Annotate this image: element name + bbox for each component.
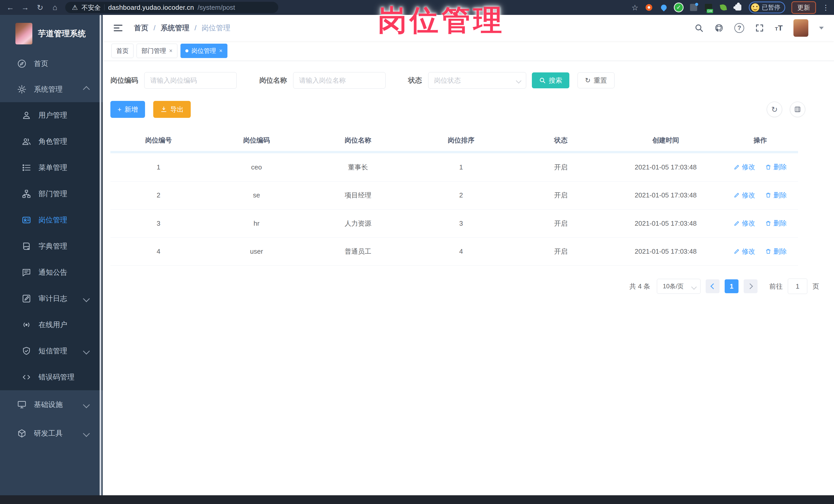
extension-leaf-icon[interactable] — [719, 3, 728, 12]
status-select[interactable] — [428, 72, 526, 89]
chevron-down-icon — [83, 348, 90, 355]
close-icon[interactable]: × — [169, 47, 173, 54]
col-post-name: 岗位名称 — [307, 129, 410, 152]
profile-paused-badge[interactable]: 已暂停 — [749, 2, 785, 13]
cell-post-id: 1 — [110, 152, 207, 181]
table-row: 3 hr 人力资源 3 开启 2021-01-05 17:03:48 修改 — [110, 210, 798, 238]
delete-link[interactable]: 删除 — [765, 247, 787, 256]
delete-link[interactable]: 删除 — [765, 162, 787, 172]
help-icon[interactable]: ? — [734, 23, 744, 33]
tab-posts[interactable]: 岗位管理 × — [180, 44, 227, 58]
plus-icon: + — [117, 106, 122, 113]
caret-down-icon[interactable] — [819, 27, 824, 29]
sidebar-item-roles[interactable]: 角色管理 — [0, 128, 103, 155]
goto-page-input[interactable] — [788, 279, 807, 294]
cell-post-name: 项目经理 — [307, 181, 410, 210]
sidebar-item-home[interactable]: 首页 — [0, 51, 103, 76]
user-avatar[interactable] — [793, 19, 808, 37]
sidebar-item-label: 菜单管理 — [39, 163, 67, 173]
reset-button[interactable]: ↻ 重置 — [577, 72, 615, 88]
sidebar-item-notice[interactable]: 通知公告 — [0, 259, 103, 285]
table-row: 2 se 项目经理 2 开启 2021-01-05 17:03:48 修改 — [110, 181, 798, 210]
back-icon[interactable]: ← — [5, 2, 16, 13]
col-post-code: 岗位编码 — [207, 129, 306, 152]
breadcrumb-section[interactable]: 系统管理 — [161, 23, 190, 33]
search-button[interactable]: 搜索 — [532, 72, 569, 88]
column-settings-button[interactable] — [790, 102, 805, 117]
sidebar-item-dict[interactable]: 字典管理 — [0, 233, 103, 259]
app-logo-row[interactable]: 芋道管理系统 — [0, 15, 103, 51]
breadcrumb: 首页 / 系统管理 / 岗位管理 — [134, 23, 231, 33]
delete-link[interactable]: 删除 — [765, 219, 787, 228]
sidebar-item-label: 通知公告 — [39, 267, 67, 277]
sidebar-item-infrastructure[interactable]: 基础设施 — [0, 390, 103, 419]
address-bar[interactable]: ⚠ 不安全 dashboard.yudao.iocoder.cn /system… — [65, 2, 278, 13]
next-page-button[interactable] — [744, 279, 758, 293]
sidebar-item-menus[interactable]: 菜单管理 — [0, 155, 103, 181]
edit-link[interactable]: 修改 — [733, 162, 755, 172]
col-post-id: 岗位编号 — [110, 129, 207, 152]
extension-pin-icon[interactable] — [659, 3, 668, 12]
edit-link[interactable]: 修改 — [733, 247, 755, 256]
edit-link[interactable]: 修改 — [733, 191, 755, 200]
sidebar-item-sms[interactable]: 短信管理 — [0, 338, 103, 364]
sidebar-item-dev-tools[interactable]: 研发工具 — [0, 419, 103, 448]
col-created: 创建时间 — [609, 129, 722, 152]
status-select-input[interactable] — [428, 72, 526, 89]
post-name-input[interactable] — [293, 72, 386, 89]
export-button[interactable]: 导出 — [153, 101, 191, 118]
sidebar-item-error-codes[interactable]: 错误码管理 — [0, 364, 103, 390]
sidebar-item-users[interactable]: 用户管理 — [0, 102, 103, 128]
hamburger-icon[interactable] — [113, 23, 123, 33]
cell-post-id: 4 — [110, 238, 207, 266]
sidebar-item-system[interactable]: 系统管理 — [0, 76, 103, 102]
extension-grid-icon[interactable] — [689, 3, 698, 12]
extension-check-icon[interactable]: ✓ — [674, 3, 683, 12]
extension-gm-icon[interactable] — [704, 3, 713, 12]
add-button[interactable]: + 新增 — [110, 101, 145, 118]
sidebar-item-online-users[interactable]: 在线用户 — [0, 312, 103, 338]
reload-icon[interactable]: ↻ — [35, 2, 46, 13]
list-icon — [22, 163, 31, 173]
pagination: 共 4 条 1 前往 页 — [110, 279, 834, 294]
home-icon[interactable]: ⌂ — [49, 2, 61, 13]
cube-icon — [17, 429, 27, 438]
browser-toolbar: ← → ↻ ⌂ ⚠ 不安全 dashboard.yudao.iocoder.cn… — [0, 0, 834, 15]
extension-ubuntu-icon[interactable] — [644, 3, 653, 12]
trash-icon — [765, 164, 771, 170]
close-icon[interactable]: × — [219, 47, 223, 54]
forward-icon[interactable]: → — [20, 2, 31, 13]
delete-link[interactable]: 删除 — [765, 191, 787, 200]
download-icon — [160, 106, 167, 113]
trash-icon — [765, 192, 771, 198]
search-icon[interactable] — [694, 23, 704, 32]
col-post-sort: 岗位排序 — [410, 129, 512, 152]
sidebar-item-departments[interactable]: 部门管理 — [0, 181, 103, 207]
pencil-icon — [733, 164, 740, 170]
bookmark-star-icon[interactable]: ☆ — [632, 3, 638, 12]
cell-status: 开启 — [512, 152, 609, 181]
sidebar-item-audit-log[interactable]: 审计日志 — [0, 285, 103, 312]
page-unit-label: 页 — [812, 282, 819, 291]
tab-home[interactable]: 首页 — [111, 44, 133, 58]
refresh-table-button[interactable]: ↻ — [767, 102, 782, 117]
sidebar-item-posts[interactable]: 岗位管理 — [0, 207, 103, 233]
edit-link[interactable]: 修改 — [733, 219, 755, 228]
search-button-label: 搜索 — [549, 76, 562, 85]
page-number-1[interactable]: 1 — [725, 279, 739, 293]
fullscreen-icon[interactable] — [755, 23, 764, 32]
page-size-input[interactable] — [657, 279, 701, 294]
prev-page-button[interactable] — [706, 279, 720, 293]
cell-actions: 修改 删除 — [722, 152, 798, 181]
sidebar-item-label: 岗位管理 — [39, 215, 67, 225]
page-size-select[interactable] — [657, 279, 701, 294]
tab-departments[interactable]: 部门管理 × — [136, 44, 177, 58]
browser-menu-icon[interactable]: ⋮ — [822, 3, 829, 12]
extensions-puzzle-icon[interactable] — [734, 3, 743, 12]
sidebar-item-label: 错误码管理 — [39, 372, 74, 382]
browser-update-button[interactable]: 更新 — [791, 1, 816, 14]
font-size-icon[interactable]: TT — [775, 24, 783, 32]
breadcrumb-home[interactable]: 首页 — [134, 23, 148, 33]
github-icon[interactable] — [715, 23, 724, 32]
post-code-input[interactable] — [144, 72, 237, 89]
